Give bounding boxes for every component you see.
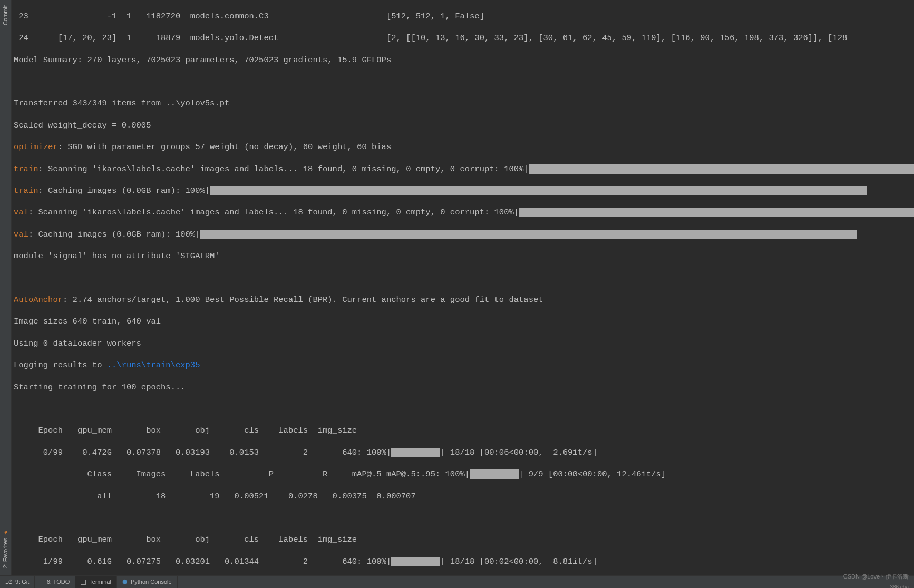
output-line: Class Images Labels P R mAP@.5 mAP@.5:.9… xyxy=(14,469,912,480)
favorites-label: 2: Favorites xyxy=(0,538,11,568)
output-line: 23 -1 1 1182720 models.common.C3 [512, 5… xyxy=(14,11,912,22)
output-line: module 'signal' has no attribute 'SIGALR… xyxy=(14,251,912,262)
output-line: Model Summary: 270 layers, 7025023 param… xyxy=(14,55,912,66)
output-line: train: Scanning 'ikaros\labels.cache' im… xyxy=(14,164,912,175)
terminal-output[interactable]: 23 -1 1 1182720 models.common.C3 [512, 5… xyxy=(12,0,914,575)
git-toolwindow-tab[interactable]: ⎇ 9: Git xyxy=(0,576,35,588)
bottom-toolwindow-bar: ⎇ 9: Git ≡ 6: TODO Terminal ⬢ Python Con… xyxy=(0,575,914,588)
output-line xyxy=(14,273,912,284)
output-line xyxy=(14,404,912,415)
output-line: optimizer: SGD with parameter groups 57 … xyxy=(14,142,912,153)
output-line: train: Caching images (0.0GB ram): 100%| xyxy=(14,185,912,197)
output-line xyxy=(14,513,912,524)
todo-toolwindow-tab[interactable]: ≡ 6: TODO xyxy=(35,576,75,588)
commit-label: Commit xyxy=(0,5,11,25)
python-console-label: Python Console xyxy=(131,576,172,587)
output-line: Scaled weight_decay = 0.0005 xyxy=(14,120,912,131)
output-line: Transferred 343/349 items from ..\yolov5… xyxy=(14,98,912,109)
output-line: 24 [17, 20, 23] 1 18879 models.yolo.Dete… xyxy=(14,33,912,44)
output-line xyxy=(14,76,912,87)
python-console-toolwindow-tab[interactable]: ⬢ Python Console xyxy=(117,576,178,588)
output-line: val: Scanning 'ikaros\labels.cache' imag… xyxy=(14,207,912,218)
commit-toolwindow-tab[interactable]: Commit xyxy=(0,2,11,28)
output-line: 0/99 0.472G 0.07378 0.03193 0.0153 2 640… xyxy=(14,447,912,458)
output-line: all 18 19 0.00521 0.0278 0.00375 0.00070… xyxy=(14,491,912,502)
todo-label: 6: TODO xyxy=(47,576,70,587)
output-line: val: Caching images (0.0GB ram): 100%| xyxy=(14,229,912,240)
output-line: Image sizes 640 train, 640 val xyxy=(14,316,912,327)
favorites-toolwindow-tab[interactable]: 2: Favorites★ xyxy=(0,526,11,571)
output-line: Using 0 dataloader workers xyxy=(14,338,912,349)
output-line: Epoch gpu_mem box obj cls labels img_siz… xyxy=(14,534,912,545)
terminal-toolwindow-tab[interactable]: Terminal xyxy=(75,576,117,588)
terminal-label: Terminal xyxy=(89,576,111,587)
output-line: Epoch gpu_mem box obj cls labels img_siz… xyxy=(14,425,912,436)
output-line: Starting training for 100 epochs... xyxy=(14,382,912,393)
branch-icon: ⎇ xyxy=(5,576,12,587)
output-line: AutoAnchor: 2.74 anchors/target, 1.000 B… xyxy=(14,295,912,306)
watermark-text: CSDN @Love丶伊卡洛斯 386 cha xyxy=(843,571,914,588)
output-line: 1/99 0.61G 0.07275 0.03201 0.01344 2 640… xyxy=(14,556,912,567)
results-path-link[interactable]: ..\runs\train\exp35 xyxy=(107,360,200,370)
terminal-icon xyxy=(81,580,86,585)
left-toolwindow-bar: Commit 2: Favorites★ xyxy=(0,0,12,575)
output-line: Logging results to ..\runs\train\exp35 xyxy=(14,360,912,371)
list-icon: ≡ xyxy=(40,576,43,587)
git-label: 9: Git xyxy=(15,576,29,587)
python-icon: ⬢ xyxy=(122,576,128,587)
